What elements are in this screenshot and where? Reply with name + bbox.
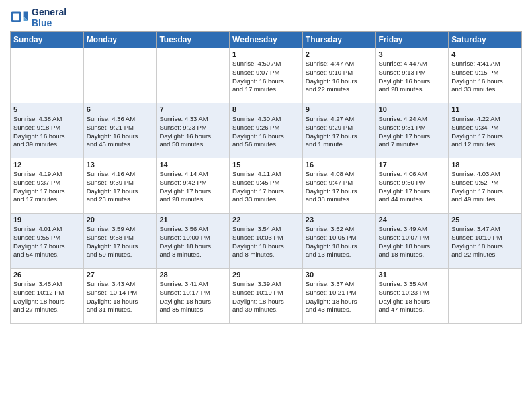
day-cell: 14Sunrise: 4:14 AM Sunset: 9:42 PM Dayli… xyxy=(157,158,230,214)
day-cell: 18Sunrise: 4:03 AM Sunset: 9:52 PM Dayli… xyxy=(449,158,522,214)
day-cell: 7Sunrise: 4:33 AM Sunset: 9:23 PM Daylig… xyxy=(157,103,230,158)
day-info: Sunrise: 4:24 AM Sunset: 9:31 PM Dayligh… xyxy=(379,115,446,149)
day-info: Sunrise: 3:52 AM Sunset: 10:05 PM Daylig… xyxy=(306,225,373,259)
day-number: 19 xyxy=(13,216,81,224)
day-cell: 12Sunrise: 4:19 AM Sunset: 9:37 PM Dayli… xyxy=(11,158,84,214)
day-cell: 13Sunrise: 4:16 AM Sunset: 9:39 PM Dayli… xyxy=(83,158,157,214)
day-cell xyxy=(449,269,522,324)
col-header-sunday: Sunday xyxy=(11,32,84,48)
week-row-2: 5Sunrise: 4:38 AM Sunset: 9:18 PM Daylig… xyxy=(11,103,522,158)
day-cell: 30Sunrise: 3:37 AM Sunset: 10:21 PM Dayl… xyxy=(302,269,375,324)
week-row-5: 26Sunrise: 3:45 AM Sunset: 10:12 PM Dayl… xyxy=(11,269,522,324)
day-info: Sunrise: 4:38 AM Sunset: 9:18 PM Dayligh… xyxy=(13,115,81,149)
day-number: 28 xyxy=(159,271,226,279)
logo-icon xyxy=(10,8,29,27)
day-number: 29 xyxy=(232,271,300,279)
week-row-3: 12Sunrise: 4:19 AM Sunset: 9:37 PM Dayli… xyxy=(11,158,522,214)
day-number: 5 xyxy=(13,105,81,113)
day-cell: 2Sunrise: 4:47 AM Sunset: 9:10 PM Daylig… xyxy=(302,48,375,103)
day-number: 11 xyxy=(451,105,519,113)
day-number: 4 xyxy=(451,50,519,58)
day-info: Sunrise: 3:45 AM Sunset: 10:12 PM Daylig… xyxy=(13,280,81,314)
day-cell: 3Sunrise: 4:44 AM Sunset: 9:13 PM Daylig… xyxy=(375,48,449,103)
day-info: Sunrise: 3:54 AM Sunset: 10:03 PM Daylig… xyxy=(232,225,300,259)
day-number: 3 xyxy=(379,50,446,58)
day-number: 12 xyxy=(13,161,81,169)
day-info: Sunrise: 4:16 AM Sunset: 9:39 PM Dayligh… xyxy=(87,170,154,204)
day-number: 23 xyxy=(306,216,373,224)
day-info: Sunrise: 3:39 AM Sunset: 10:19 PM Daylig… xyxy=(232,280,300,314)
day-cell: 8Sunrise: 4:30 AM Sunset: 9:26 PM Daylig… xyxy=(230,103,303,158)
day-cell: 1Sunrise: 4:50 AM Sunset: 9:07 PM Daylig… xyxy=(230,48,303,103)
day-number: 27 xyxy=(87,271,154,279)
day-cell: 11Sunrise: 4:22 AM Sunset: 9:34 PM Dayli… xyxy=(449,103,522,158)
day-info: Sunrise: 3:49 AM Sunset: 10:07 PM Daylig… xyxy=(379,225,446,259)
day-cell: 28Sunrise: 3:41 AM Sunset: 10:17 PM Dayl… xyxy=(157,269,230,324)
day-info: Sunrise: 4:14 AM Sunset: 9:42 PM Dayligh… xyxy=(159,170,226,204)
col-header-saturday: Saturday xyxy=(449,32,522,48)
day-number: 14 xyxy=(159,161,226,169)
day-cell: 20Sunrise: 3:59 AM Sunset: 9:58 PM Dayli… xyxy=(83,214,157,269)
header: General Blue xyxy=(10,7,522,28)
day-info: Sunrise: 4:22 AM Sunset: 9:34 PM Dayligh… xyxy=(451,115,519,149)
day-info: Sunrise: 4:27 AM Sunset: 9:29 PM Dayligh… xyxy=(306,115,373,149)
col-header-monday: Monday xyxy=(83,32,157,48)
day-cell: 9Sunrise: 4:27 AM Sunset: 9:29 PM Daylig… xyxy=(302,103,375,158)
day-cell: 5Sunrise: 4:38 AM Sunset: 9:18 PM Daylig… xyxy=(11,103,84,158)
day-number: 30 xyxy=(306,271,373,279)
day-cell: 4Sunrise: 4:41 AM Sunset: 9:15 PM Daylig… xyxy=(449,48,522,103)
day-number: 10 xyxy=(379,105,446,113)
day-info: Sunrise: 4:06 AM Sunset: 9:50 PM Dayligh… xyxy=(379,170,446,204)
col-header-friday: Friday xyxy=(375,32,449,48)
week-row-4: 19Sunrise: 4:01 AM Sunset: 9:55 PM Dayli… xyxy=(11,214,522,269)
week-row-1: 1Sunrise: 4:50 AM Sunset: 9:07 PM Daylig… xyxy=(11,48,522,103)
day-info: Sunrise: 4:30 AM Sunset: 9:26 PM Dayligh… xyxy=(232,115,300,149)
day-info: Sunrise: 3:37 AM Sunset: 10:21 PM Daylig… xyxy=(306,280,373,314)
day-cell: 26Sunrise: 3:45 AM Sunset: 10:12 PM Dayl… xyxy=(11,269,84,324)
day-number: 20 xyxy=(87,216,154,224)
day-cell: 24Sunrise: 3:49 AM Sunset: 10:07 PM Dayl… xyxy=(375,214,449,269)
day-cell xyxy=(83,48,157,103)
header-row: SundayMondayTuesdayWednesdayThursdayFrid… xyxy=(11,32,522,48)
day-info: Sunrise: 4:47 AM Sunset: 9:10 PM Dayligh… xyxy=(306,60,373,94)
day-cell: 6Sunrise: 4:36 AM Sunset: 9:21 PM Daylig… xyxy=(83,103,157,158)
day-number: 31 xyxy=(379,271,446,279)
day-cell: 29Sunrise: 3:39 AM Sunset: 10:19 PM Dayl… xyxy=(230,269,303,324)
day-number: 18 xyxy=(451,161,519,169)
day-cell: 10Sunrise: 4:24 AM Sunset: 9:31 PM Dayli… xyxy=(375,103,449,158)
day-cell: 27Sunrise: 3:43 AM Sunset: 10:14 PM Dayl… xyxy=(83,269,157,324)
col-header-thursday: Thursday xyxy=(302,32,375,48)
day-info: Sunrise: 3:59 AM Sunset: 9:58 PM Dayligh… xyxy=(87,225,154,259)
day-info: Sunrise: 3:41 AM Sunset: 10:17 PM Daylig… xyxy=(159,280,226,314)
logo-text: General Blue xyxy=(32,7,66,28)
day-info: Sunrise: 4:01 AM Sunset: 9:55 PM Dayligh… xyxy=(13,225,81,259)
day-info: Sunrise: 3:47 AM Sunset: 10:10 PM Daylig… xyxy=(451,225,519,259)
day-number: 17 xyxy=(379,161,446,169)
day-info: Sunrise: 4:41 AM Sunset: 9:15 PM Dayligh… xyxy=(451,60,519,94)
day-info: Sunrise: 4:50 AM Sunset: 9:07 PM Dayligh… xyxy=(232,60,300,94)
day-info: Sunrise: 4:33 AM Sunset: 9:23 PM Dayligh… xyxy=(159,115,226,149)
day-info: Sunrise: 3:43 AM Sunset: 10:14 PM Daylig… xyxy=(87,280,154,314)
day-info: Sunrise: 4:11 AM Sunset: 9:45 PM Dayligh… xyxy=(232,170,300,204)
day-number: 16 xyxy=(306,161,373,169)
day-cell: 19Sunrise: 4:01 AM Sunset: 9:55 PM Dayli… xyxy=(11,214,84,269)
day-cell: 16Sunrise: 4:08 AM Sunset: 9:47 PM Dayli… xyxy=(302,158,375,214)
col-header-wednesday: Wednesday xyxy=(230,32,303,48)
logo: General Blue xyxy=(10,7,66,28)
day-cell: 31Sunrise: 3:35 AM Sunset: 10:23 PM Dayl… xyxy=(375,269,449,324)
day-number: 24 xyxy=(379,216,446,224)
day-info: Sunrise: 4:03 AM Sunset: 9:52 PM Dayligh… xyxy=(451,170,519,204)
day-number: 15 xyxy=(232,161,300,169)
day-number: 26 xyxy=(13,271,81,279)
day-cell: 15Sunrise: 4:11 AM Sunset: 9:45 PM Dayli… xyxy=(230,158,303,214)
svg-rect-1 xyxy=(13,13,19,20)
day-cell: 25Sunrise: 3:47 AM Sunset: 10:10 PM Dayl… xyxy=(449,214,522,269)
day-info: Sunrise: 4:19 AM Sunset: 9:37 PM Dayligh… xyxy=(13,170,81,204)
day-number: 6 xyxy=(87,105,154,113)
day-info: Sunrise: 4:36 AM Sunset: 9:21 PM Dayligh… xyxy=(87,115,154,149)
day-cell xyxy=(11,48,84,103)
day-info: Sunrise: 4:44 AM Sunset: 9:13 PM Dayligh… xyxy=(379,60,446,94)
day-number: 13 xyxy=(87,161,154,169)
day-cell xyxy=(157,48,230,103)
calendar-table: SundayMondayTuesdayWednesdayThursdayFrid… xyxy=(10,31,522,324)
